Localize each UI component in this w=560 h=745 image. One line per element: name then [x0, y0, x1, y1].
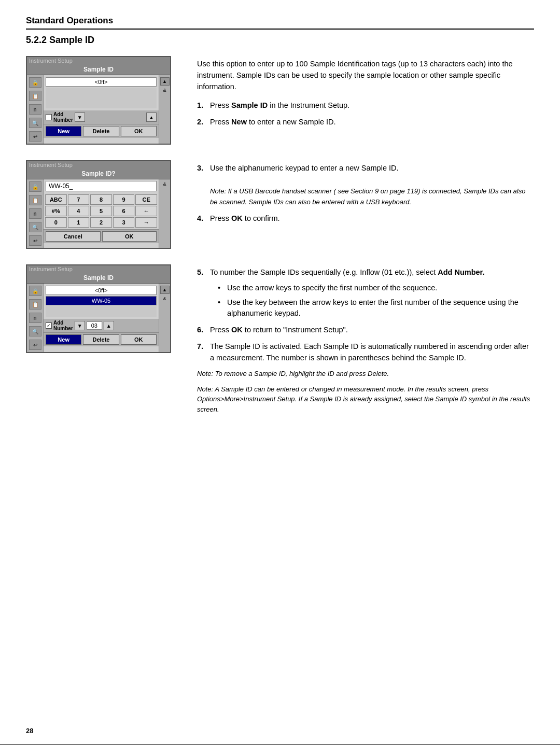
screen3-delete-button[interactable]: Delete: [83, 334, 119, 345]
screen2-sidebar: 🔒 📋 n 🔍 ↩: [27, 179, 44, 248]
key-5[interactable]: 5: [90, 206, 112, 216]
step2-num: 2.: [197, 117, 203, 128]
step-6: 6. Press OK to return to "Instrument Set…: [197, 325, 534, 336]
row3-right: 5. To number the Sample IDs sequentially…: [197, 264, 534, 419]
screen2-main: WW-05_ ABC 7 8 9 CE #% 4 5 6 ← 0: [44, 179, 159, 248]
screen2-input: WW-05_: [46, 181, 157, 191]
step-3: 3. Use the alphanumeric keypad to enter …: [197, 163, 534, 208]
key-forward[interactable]: →: [135, 217, 157, 228]
sidebar-icon-5: ↩: [29, 131, 41, 142]
screen3-main: <0ff> WW-05 AddNumber ▼ 03 ▲ New: [44, 284, 159, 352]
screen1-ok-button[interactable]: OK: [121, 126, 157, 136]
key-2[interactable]: 2: [90, 217, 112, 228]
key-3[interactable]: 3: [113, 217, 135, 228]
screen1-bottom: New Delete OK: [44, 124, 159, 138]
key-1[interactable]: 1: [68, 217, 90, 228]
screen3-list: <0ff> WW-05: [44, 284, 159, 319]
key-abc[interactable]: ABC: [45, 194, 67, 205]
screen3-scroll: [46, 306, 157, 317]
instrument-screen-3: Instrument Setup Sample ID 🔒 📋 n 🔍 ↩ <0f…: [26, 264, 171, 353]
screen2-sidebar-icon3: n: [29, 208, 41, 219]
screen3-checkbox[interactable]: [46, 322, 52, 329]
row3: Instrument Setup Sample ID 🔒 📋 n 🔍 ↩ <0f…: [26, 264, 534, 419]
screen3-sidebar-icon2: 📋: [29, 299, 41, 310]
steps-3-4: 3. Use the alphanumeric keypad to enter …: [197, 163, 534, 224]
screen2-sidebar-icon1: 🔒: [29, 181, 41, 192]
step2-bold: New: [231, 118, 247, 126]
key-hash[interactable]: #%: [45, 206, 67, 216]
screen1-addnumber-label: AddNumber: [53, 111, 73, 123]
screen3-title-row: Instrument Setup: [27, 265, 170, 273]
screen3-edge-btn1: ▲: [160, 286, 170, 294]
key-backspace[interactable]: ←: [135, 206, 157, 216]
sidebar-icon-4: 🔍: [29, 118, 41, 128]
screen1-title-row: Instrument Setup: [27, 57, 170, 64]
screen3-right-edge: ▲ &: [159, 284, 170, 352]
screen1-list-item1: <0ff>: [46, 77, 157, 87]
screen3-list-item1: <0ff>: [46, 286, 157, 295]
screen2-container: Instrument Setup Sample ID? 🔒 📋 n 🔍 ↩ WW…: [26, 160, 181, 249]
screen3-arrow-up[interactable]: ▲: [104, 321, 114, 330]
step4-bold: OK: [231, 214, 243, 222]
step1-bold: Sample ID: [231, 101, 268, 109]
screen1-wrapper: 🔒 📋 n 🔍 ↩ <0ff> AddNumber: [27, 75, 170, 144]
sidebar-icon-3: n: [29, 104, 41, 115]
row1-right: Use this option to enter up to 100 Sampl…: [197, 56, 534, 133]
key-4[interactable]: 4: [68, 206, 90, 216]
step3-num: 3.: [197, 163, 203, 174]
screen1-sidebar: 🔒 📋 n 🔍 ↩: [27, 75, 44, 144]
screen2-right-edge: &: [159, 179, 170, 248]
screen1-addnumber-row: AddNumber ▼ ▲: [44, 110, 159, 124]
screen3-list-item2: WW-05: [46, 296, 157, 305]
screen3-ok-button[interactable]: OK: [121, 334, 157, 345]
step1-num: 1.: [197, 100, 203, 111]
step-4: 4. Press OK to confirm.: [197, 213, 534, 224]
step4-num: 4.: [197, 213, 203, 224]
sidebar-icon-1: 🔒: [29, 77, 41, 88]
screen2-sidebar-icon5: ↩: [29, 235, 41, 246]
screen2-cancel-button[interactable]: Cancel: [46, 231, 101, 242]
screen1-right-edge: ▲ &: [159, 75, 170, 144]
screen3-wrapper: 🔒 📋 n 🔍 ↩ <0ff> WW-05: [27, 284, 170, 352]
screen2-edge-label: &: [163, 181, 166, 187]
row1: Instrument Setup Sample ID 🔒 📋 n 🔍 ↩ <0f…: [26, 56, 534, 145]
screen1-arrow-down[interactable]: ▼: [75, 113, 85, 122]
step-1: 1. Press Sample ID in the Instrument Set…: [197, 100, 534, 111]
screen3-edge-label: &: [163, 296, 166, 301]
instrument-screen-1: Instrument Setup Sample ID 🔒 📋 n 🔍 ↩ <0f…: [26, 56, 171, 145]
key-0[interactable]: 0: [45, 217, 67, 228]
screen2-bottom: Cancel OK: [44, 229, 159, 243]
key-6[interactable]: 6: [113, 206, 135, 216]
screen3-sidebar-icon3: n: [29, 313, 41, 323]
screen3-new-button[interactable]: New: [46, 334, 81, 345]
step5-bold: Add Number.: [438, 268, 484, 276]
bullet-2: Use the key between the arrow keys to en…: [218, 297, 534, 320]
screen3-sidebar-icon1: 🔒: [29, 286, 41, 296]
screen1-checkbox[interactable]: [46, 114, 52, 120]
screen1-list: <0ff>: [44, 75, 159, 110]
screen2-sidebar-icon2: 📋: [29, 195, 41, 205]
screen2-ok-button[interactable]: OK: [102, 231, 157, 242]
row2: Instrument Setup Sample ID? 🔒 📋 n 🔍 ↩ WW…: [26, 160, 534, 249]
screen1-delete-button[interactable]: Delete: [83, 126, 119, 136]
subsection-title: 5.2.2 Sample ID: [26, 35, 534, 46]
screen1-new-button[interactable]: New: [46, 126, 81, 136]
row2-right: 3. Use the alphanumeric keypad to enter …: [197, 160, 534, 230]
key-ce[interactable]: CE: [135, 194, 157, 205]
screen1-arrow-up[interactable]: ▲: [146, 113, 157, 122]
key-8[interactable]: 8: [90, 194, 112, 205]
bullet-list: Use the arrow keys to specify the first …: [218, 283, 534, 319]
screen1-edge-btn1: ▲: [160, 77, 170, 86]
note1-text: Note: If a USB Barcode handset scanner (…: [210, 187, 525, 206]
screen3-container: Instrument Setup Sample ID 🔒 📋 n 🔍 ↩ <0f…: [26, 264, 181, 353]
note2-text: Note: To remove a Sample ID, highlight t…: [197, 369, 534, 379]
key-9[interactable]: 9: [113, 194, 135, 205]
instrument-screen-2: Instrument Setup Sample ID? 🔒 📋 n 🔍 ↩ WW…: [26, 160, 171, 249]
screen3-number-input[interactable]: 03: [87, 321, 102, 330]
screen3-arrow-down[interactable]: ▼: [75, 321, 85, 330]
screen1-titlebar: Sample ID: [27, 64, 170, 75]
step6-num: 6.: [197, 325, 203, 336]
key-7[interactable]: 7: [68, 194, 90, 205]
step7-num: 7.: [197, 341, 203, 353]
screen2-keypad: ABC 7 8 9 CE #% 4 5 6 ← 0 1 2: [44, 193, 159, 229]
